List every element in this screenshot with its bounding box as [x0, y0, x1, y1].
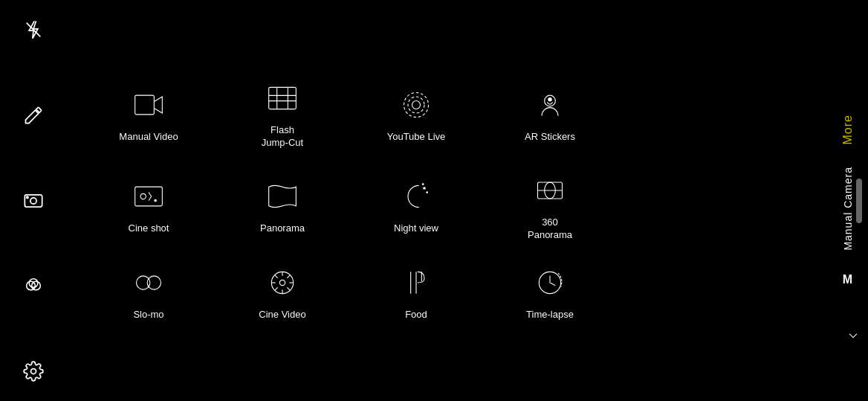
panorama-label: Panorama — [260, 222, 305, 235]
svg-rect-7 — [135, 95, 155, 115]
svg-line-38 — [275, 287, 278, 290]
slo-mo-icon — [130, 264, 167, 301]
mode-youtube-live[interactable]: YouTube Live — [349, 79, 483, 151]
youtube-live-icon — [398, 86, 435, 123]
flash-jump-cut-label: FlashJump-Cut — [262, 124, 303, 150]
mode-night-view[interactable]: Night view — [349, 170, 483, 243]
night-view-icon — [398, 178, 435, 215]
mode-ar-stickers[interactable]: AR Stickers — [483, 79, 617, 151]
youtube-live-label: YouTube Live — [387, 131, 446, 144]
edit-icon[interactable] — [19, 100, 48, 130]
svg-point-19 — [140, 194, 146, 199]
manual-video-icon — [130, 86, 167, 123]
360-panorama-label: 360Panorama — [528, 216, 572, 242]
manual-camera-label[interactable]: Manual Camera — [842, 167, 854, 251]
mode-cine-video[interactable]: Cine Video — [216, 257, 349, 329]
svg-line-36 — [287, 287, 290, 290]
svg-point-28 — [147, 276, 161, 289]
cine-video-label: Cine Video — [259, 309, 305, 321]
svg-point-3 — [27, 281, 36, 290]
mode-manual-video[interactable]: Manual Video — [82, 79, 216, 151]
food-label: Food — [405, 309, 427, 321]
cine-video-icon — [264, 264, 301, 301]
mode-time-lapse[interactable]: Time-lapse — [483, 257, 617, 329]
svg-point-5 — [29, 279, 38, 288]
flip-camera-icon[interactable] — [19, 186, 48, 216]
mode-row-3: Slo-mo Cine Video — [82, 257, 812, 329]
scroll-handle[interactable] — [856, 179, 862, 223]
svg-point-13 — [412, 100, 421, 109]
svg-point-14 — [408, 97, 424, 113]
mode-cine-shot[interactable]: Cine shot — [82, 170, 216, 243]
settings-icon[interactable] — [19, 356, 48, 386]
svg-point-21 — [423, 187, 426, 190]
svg-point-4 — [32, 281, 41, 290]
time-lapse-icon — [531, 264, 569, 301]
more-label[interactable]: More — [841, 115, 855, 144]
svg-line-35 — [275, 275, 278, 278]
svg-point-23 — [422, 184, 424, 186]
mode-food[interactable]: Food — [349, 257, 483, 329]
flash-jump-cut-icon — [264, 80, 301, 117]
svg-point-2 — [27, 196, 28, 198]
svg-point-1 — [30, 197, 36, 203]
360-panorama-icon — [531, 172, 569, 209]
panorama-icon — [264, 178, 301, 215]
mode-grid: Manual Video FlashJump-Cut — [67, 0, 827, 401]
svg-point-17 — [548, 97, 552, 102]
slo-mo-label: Slo-mo — [133, 309, 163, 321]
svg-point-6 — [31, 369, 36, 374]
svg-rect-8 — [269, 88, 297, 109]
mode-row-1: Manual Video FlashJump-Cut — [82, 72, 812, 157]
m-label: M — [843, 273, 852, 286]
svg-rect-18 — [135, 187, 163, 207]
mode-panorama[interactable]: Panorama — [216, 170, 349, 243]
svg-point-20 — [154, 199, 157, 202]
mode-row-2: Cine shot Panorama Night view — [82, 164, 812, 249]
cine-shot-label: Cine shot — [129, 222, 169, 235]
time-lapse-label: Time-lapse — [526, 309, 574, 321]
color-filter-icon[interactable] — [19, 271, 48, 301]
mode-flash-jump-cut[interactable]: FlashJump-Cut — [216, 72, 349, 157]
manual-video-label: Manual Video — [119, 131, 178, 144]
ar-stickers-icon — [531, 86, 569, 123]
mode-slo-mo[interactable]: Slo-mo — [82, 257, 216, 329]
svg-point-30 — [279, 280, 285, 285]
cine-shot-icon — [130, 178, 167, 215]
night-view-label: Night view — [394, 222, 438, 235]
svg-point-27 — [137, 276, 150, 289]
food-icon — [398, 264, 435, 301]
flash-off-icon[interactable] — [19, 15, 48, 45]
svg-line-37 — [287, 275, 290, 278]
mode-360-panorama[interactable]: 360Panorama — [483, 164, 617, 249]
chevron-down-icon[interactable]: ⌵ — [849, 324, 858, 341]
left-sidebar — [0, 0, 67, 401]
svg-point-22 — [426, 192, 428, 194]
ar-stickers-label: AR Stickers — [525, 131, 575, 144]
